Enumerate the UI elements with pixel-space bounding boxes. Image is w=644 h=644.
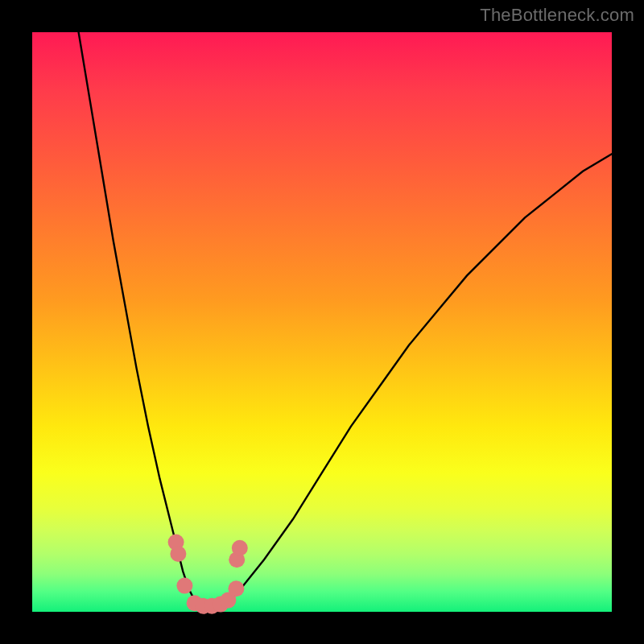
chart-frame: TheBottleneck.com [0, 0, 644, 644]
curve-marker [176, 578, 192, 594]
curve-marker [232, 540, 248, 556]
curve-marker [170, 546, 186, 562]
curve-marker [228, 580, 244, 597]
chart-svg [32, 32, 612, 612]
plot-area [32, 32, 612, 612]
marker-group [168, 535, 248, 614]
watermark-text: TheBottleneck.com [480, 5, 634, 26]
bottleneck-curve [79, 32, 612, 606]
